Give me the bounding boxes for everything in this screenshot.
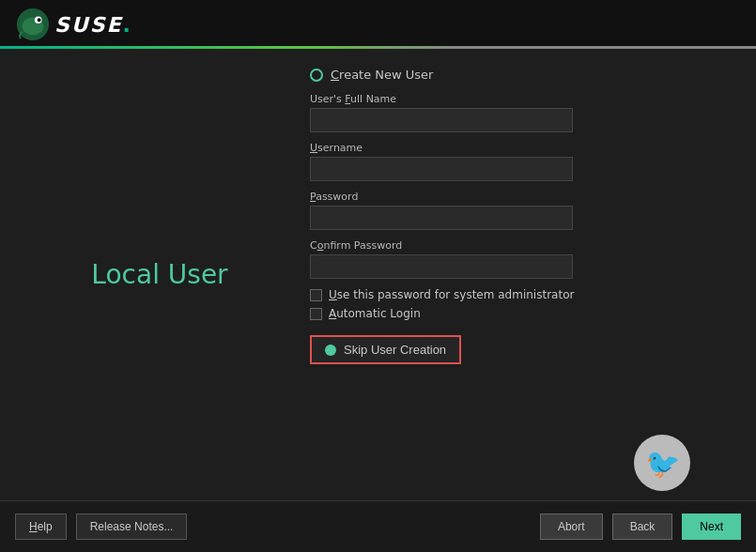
svg-point-3 — [38, 18, 41, 22]
suse-brand-text: SUSE — [54, 13, 123, 37]
confirm-password-label: Confirm Password — [310, 239, 728, 252]
left-panel: Local User — [28, 68, 291, 482]
user-form-panel: Create New User User's Full Name Usernam… — [291, 68, 728, 364]
password-label: Password — [310, 191, 728, 203]
create-new-user-label: Create New User — [331, 68, 433, 82]
sysadmin-password-checkbox[interactable] — [310, 289, 322, 301]
page-title: Local User — [91, 259, 227, 290]
header: SUSE. — [0, 0, 756, 49]
username-input[interactable] — [310, 157, 573, 181]
full-name-input[interactable] — [310, 108, 573, 132]
header-border-gradient — [0, 46, 756, 49]
sysadmin-password-label: Use this password for system administrat… — [329, 288, 574, 301]
release-notes-button[interactable]: Release Notes... — [76, 514, 188, 540]
skip-user-creation-button[interactable]: Skip User Creation — [310, 335, 461, 364]
sysadmin-password-check-group[interactable]: Use this password for system administrat… — [310, 288, 728, 301]
suse-chameleon-icon — [15, 7, 51, 42]
skip-radio-indicator — [325, 345, 336, 356]
username-field-group: Username — [310, 142, 728, 181]
abort-button[interactable]: Abort — [540, 514, 603, 540]
create-new-user-option[interactable]: Create New User — [310, 68, 728, 82]
main-content: Local User Create New User User's Full N… — [0, 49, 756, 500]
full-name-label: User's Full Name — [310, 93, 728, 105]
full-name-field-group: User's Full Name — [310, 93, 728, 132]
auto-login-checkbox[interactable] — [310, 308, 322, 320]
back-button[interactable]: Back — [612, 514, 673, 540]
skip-user-creation-label: Skip User Creation — [344, 343, 446, 357]
footer: Help Release Notes... Abort Back Next — [0, 500, 756, 552]
suse-dot: . — [123, 13, 131, 37]
username-label: Username — [310, 142, 728, 154]
suse-logo: SUSE. — [15, 7, 131, 42]
password-field-group: Password — [310, 191, 728, 230]
confirm-password-input[interactable] — [310, 254, 573, 279]
next-button[interactable]: Next — [682, 514, 741, 540]
help-button[interactable]: Help — [15, 514, 67, 540]
confirm-password-field-group: Confirm Password — [310, 239, 728, 279]
auto-login-check-group[interactable]: Automatic Login — [310, 307, 728, 320]
create-user-radio[interactable] — [310, 69, 323, 82]
footer-navigation: Abort Back Next — [540, 514, 741, 540]
skip-user-creation-container: Skip User Creation — [310, 335, 728, 364]
auto-login-label: Automatic Login — [329, 307, 421, 320]
password-input[interactable] — [310, 206, 573, 230]
